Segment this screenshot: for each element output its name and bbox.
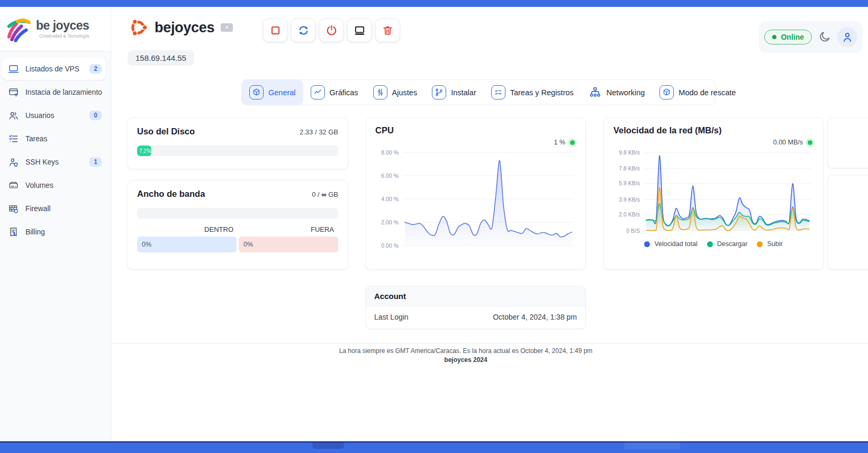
sliders-icon: [373, 85, 387, 99]
brand-tagline: Creatividad & Tecnología: [36, 33, 89, 39]
sidebar-item-firewall[interactable]: Firewall: [2, 197, 106, 220]
network-current: 0.00 MB/s: [613, 137, 813, 148]
account-card-title: Account: [366, 286, 585, 306]
green-dot-icon: [570, 140, 575, 145]
svg-text:9.8 KB/s: 9.8 KB/s: [619, 149, 640, 156]
cpu-line-chart: 8.00 %6.00 %4.00 %2.00 %0.00 %: [375, 148, 577, 252]
tasks-icon: [7, 133, 19, 144]
users-icon: [7, 110, 19, 121]
sidebar-item-label: Billing: [25, 228, 45, 236]
power-off-button[interactable]: [319, 19, 343, 42]
account-row-label: Last Login: [374, 313, 409, 321]
legend-dot-download: [707, 241, 713, 247]
tab-general[interactable]: General: [242, 80, 303, 105]
sidebar-item-usuarios[interactable]: Usuarios 0: [2, 104, 106, 126]
restart-button[interactable]: [291, 19, 315, 42]
tab-networking[interactable]: Networking: [581, 80, 653, 105]
ubuntu-logo-icon: [128, 17, 148, 38]
bottom-window-bar: [0, 441, 868, 453]
branch-icon: [432, 85, 446, 99]
svg-text:7.8 KB/s: 7.8 KB/s: [619, 165, 640, 171]
moon-icon[interactable]: [818, 30, 831, 44]
vm-name-title: bejoyces: [155, 20, 214, 36]
stop-button[interactable]: [263, 19, 287, 42]
bandwidth-usage-value: 0 / ∞ GB: [312, 191, 338, 198]
main-content: bejoyces ✕ 158.6: [111, 7, 868, 441]
cutoff-card-top: [827, 117, 868, 168]
sidebar-item-instancia-de-lanzamiento[interactable]: Instacia de lanzamiento: [2, 81, 106, 103]
account-card: Account Last Login October 4, 2024, 1:38…: [365, 286, 586, 329]
tab-modo-de-rescate[interactable]: Modo de rescate: [652, 80, 743, 105]
sidebar: be joyces Creatividad & Tecnología Lista…: [0, 7, 111, 441]
firewall-icon: [7, 203, 19, 214]
legend-dot-total: [644, 241, 650, 247]
svg-text:3.9 KB/s: 3.9 KB/s: [619, 196, 640, 203]
bandwidth-out-bar: 0%: [239, 237, 338, 252]
app-window: be joyces Creatividad & Tecnología Lista…: [0, 0, 868, 453]
bandwidth-progress-track: [137, 208, 338, 219]
sidebar-item-billing[interactable]: Billing: [2, 221, 106, 243]
cutoff-card-bottom: [827, 175, 868, 270]
vm-action-toolbar: [263, 19, 400, 42]
network-card-title: Velocidad de la red (MB/s): [613, 125, 721, 135]
legend-item: Subir: [757, 240, 782, 248]
network-legend: Velocidad total Descargar Subir: [613, 240, 813, 248]
console-icon: [354, 24, 366, 37]
legend-item: Velocidad total: [644, 240, 697, 248]
disk-progress-label: 7.2%: [139, 148, 151, 154]
svg-text:0.00 %: 0.00 %: [381, 242, 399, 249]
svg-text:0 B/S: 0 B/S: [626, 228, 640, 234]
sidebar-item-tareas[interactable]: Tareas: [2, 128, 106, 150]
tab-instalar[interactable]: Instalar: [424, 80, 484, 105]
close-icon[interactable]: ✕: [221, 23, 233, 32]
sidebar-item-badge: 2: [89, 64, 102, 74]
delete-button[interactable]: [375, 19, 400, 42]
green-dot-icon: [808, 140, 812, 145]
svg-text:2.00 %: 2.00 %: [381, 219, 399, 225]
topbar-controls: Online: [759, 21, 863, 53]
infinity-icon: ∞: [321, 191, 326, 198]
account-row-value: October 4, 2024, 1:38 pm: [493, 313, 577, 321]
disk-usage-card: Uso del Disco 2.33 / 32 GB 7.2%: [127, 117, 348, 169]
trash-icon: [382, 24, 394, 37]
network-line-chart: 9.8 KB/s7.8 KB/s5.9 KB/s3.9 KB/s2.0 KB/s…: [613, 148, 815, 237]
sidebar-item-label: Listados de VPS: [25, 65, 79, 73]
sidebar-item-badge: 0: [89, 111, 102, 120]
svg-text:2.0 KB/s: 2.0 KB/s: [619, 211, 640, 218]
checklist-icon: [491, 85, 505, 99]
network-speed-card: Velocidad de la red (MB/s) 0.00 MB/s 9.8…: [603, 117, 824, 270]
tab-tareas-y-registros[interactable]: Tareas y Registros: [484, 80, 581, 105]
vm-header: bejoyces ✕: [128, 17, 233, 38]
disk-card-title: Uso del Disco: [137, 126, 195, 137]
green-dot-icon: [772, 35, 776, 39]
disk-progress-fill: 7.2%: [137, 146, 151, 156]
brand-logo: be joyces Creatividad & Tecnología: [0, 7, 111, 51]
tab-ajustes[interactable]: Ajustes: [366, 80, 425, 105]
brand-swoosh-icon: [4, 15, 33, 43]
sidebar-item-volumes[interactable]: Volumes: [2, 174, 106, 196]
bandwidth-in-label: DENTRO: [137, 225, 238, 233]
svg-text:5.9 KB/s: 5.9 KB/s: [619, 180, 640, 186]
sidebar-item-label: Volumes: [25, 182, 53, 189]
footer-copyright: bejoyces 2024: [111, 356, 820, 364]
volumes-icon: [7, 179, 19, 191]
vm-ip-chip: 158.69.144.55: [128, 50, 194, 66]
svg-text:8.00 %: 8.00 %: [381, 149, 399, 156]
tab-graficas[interactable]: Gráficas: [303, 80, 366, 105]
network-current-value: 0.00 MB/s: [773, 139, 803, 146]
disk-progress-track: 7.2%: [137, 146, 338, 156]
console-button[interactable]: [347, 19, 372, 42]
sidebar-item-listados-de-vps[interactable]: Listados de VPS 2: [2, 58, 106, 80]
status-label: Online: [781, 33, 804, 41]
brand-name: be joyces: [36, 20, 89, 32]
chart-icon: [311, 85, 325, 99]
user-icon: [841, 31, 854, 43]
user-avatar-button[interactable]: [837, 27, 857, 47]
cpu-card-title: CPU: [375, 125, 394, 135]
account-row: Last Login October 4, 2024, 1:38 pm: [366, 306, 585, 328]
launch-instance-icon: [7, 86, 19, 98]
svg-text:6.00 %: 6.00 %: [381, 173, 399, 179]
cpu-current-value: 1 %: [554, 139, 565, 146]
sidebar-item-ssh-keys[interactable]: SSH Keys 1: [2, 151, 106, 173]
bandwidth-card: Ancho de banda 0 / ∞ GB DENTRO FUERA 0% …: [127, 180, 348, 270]
